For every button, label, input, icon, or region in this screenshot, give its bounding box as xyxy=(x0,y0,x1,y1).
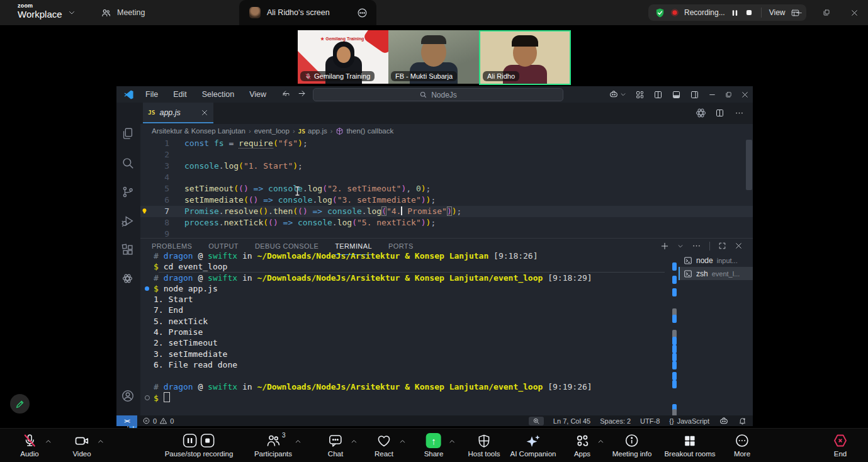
terminal-instance-zsh[interactable]: zshevent_l... xyxy=(679,267,753,280)
chevron-up-icon[interactable] xyxy=(45,438,52,445)
close-tab-icon[interactable] xyxy=(201,109,208,116)
chatgpt-icon[interactable] xyxy=(694,106,705,120)
extensions-icon[interactable] xyxy=(121,243,136,258)
new-terminal-icon[interactable] xyxy=(660,242,669,251)
terminal-line[interactable] xyxy=(154,370,670,381)
maximize-panel-icon[interactable] xyxy=(718,242,726,250)
toolbar-ai-companion[interactable]: AI Companion xyxy=(510,432,556,458)
toolbar-participants[interactable]: 3Participants xyxy=(254,432,292,458)
code-line[interactable]: 5setTimeout(() => console.log("2. setTim… xyxy=(140,183,753,194)
toolbar-share[interactable]: ↑Share xyxy=(424,432,444,458)
toolbar-meeting-info[interactable]: Meeting info xyxy=(612,432,652,458)
breadcrumb-item[interactable]: event_loop xyxy=(254,127,290,135)
code-line[interactable]: 7Promise.resolve().then(() => console.lo… xyxy=(140,206,753,217)
chevron-up-icon[interactable] xyxy=(295,438,302,445)
terminal-line[interactable]: 4. Promise xyxy=(154,327,670,337)
back-icon[interactable] xyxy=(281,89,291,98)
stop-recording-button[interactable] xyxy=(745,8,753,17)
terminal-line[interactable]: 1. Start xyxy=(154,294,670,305)
close-button[interactable] xyxy=(840,0,868,25)
toolbar-react[interactable]: React xyxy=(375,432,393,458)
account-icon[interactable] xyxy=(121,389,136,404)
copilot-icon[interactable] xyxy=(609,89,619,99)
terminal-line[interactable]: # dragon @ swiftx in ~/Downloads/NodeJs/… xyxy=(154,273,670,283)
code-line[interactable]: 8process.nextTick(() => console.log("5. … xyxy=(140,217,753,228)
toolbar-host-tools[interactable]: Host tools xyxy=(468,432,500,458)
indentation[interactable]: Spaces: 2 xyxy=(600,417,631,425)
chatgpt-extension-icon[interactable] xyxy=(121,272,136,287)
code-line[interactable]: 3console.log("1. Start"); xyxy=(140,161,753,172)
toolbar-end[interactable]: End xyxy=(833,432,848,458)
terminal-instance-node[interactable]: nodeinput... xyxy=(679,254,753,267)
explorer-icon[interactable] xyxy=(121,127,136,142)
terminal-line[interactable]: 5. nextTick xyxy=(154,316,670,327)
toolbar-apps[interactable]: Apps xyxy=(574,432,590,458)
tab-appjs[interactable]: JS app.js xyxy=(143,103,213,123)
toolbar-audio[interactable]: Audio xyxy=(20,432,38,458)
terminal-dropdown-icon[interactable] xyxy=(677,243,684,249)
toggle-panel-icon[interactable] xyxy=(672,90,681,99)
vscode-minimize-button[interactable] xyxy=(708,91,716,99)
video-tile-ali[interactable]: Ali Ridho xyxy=(479,30,571,85)
chevron-up-icon[interactable] xyxy=(597,438,604,445)
split-editor-icon[interactable] xyxy=(653,90,663,99)
toggle-sidebar-icon[interactable] xyxy=(690,90,699,99)
terminal-line[interactable]: 6. File read done xyxy=(154,359,670,370)
search-activity-icon[interactable] xyxy=(121,156,136,171)
code-line[interactable]: 4 xyxy=(140,172,753,183)
maximize-button[interactable] xyxy=(813,0,840,25)
copilot-status-icon[interactable] xyxy=(719,416,729,426)
terminal-line[interactable]: # dragon @ swiftx in ~/Downloads/NodeJs/… xyxy=(154,251,670,261)
chevron-down-icon[interactable] xyxy=(68,9,76,16)
customize-layout-icon[interactable] xyxy=(635,90,645,99)
toolbar-breakout-rooms[interactable]: Breakout rooms xyxy=(664,432,715,458)
breadcrumb-item[interactable]: then() callback xyxy=(335,127,393,135)
terminal-output[interactable]: # dragon @ swiftx in ~/Downloads/NodeJs/… xyxy=(154,251,670,403)
video-tile-gemilang[interactable]: ★ Gemilang Training Gemilang Training xyxy=(298,30,388,84)
forward-icon[interactable] xyxy=(297,89,307,98)
breadcrumb-item[interactable]: Arsitektur & Konsep Lanjutan xyxy=(152,127,245,135)
terminal-line[interactable]: $ node app.js xyxy=(154,283,670,294)
menu-selection[interactable]: Selection xyxy=(196,90,240,99)
menu-view[interactable]: View xyxy=(243,90,273,99)
more-actions-icon[interactable] xyxy=(735,108,744,118)
search-input[interactable]: NodeJs xyxy=(313,88,563,101)
errors-count[interactable]: 0 xyxy=(153,417,157,425)
menu-edit[interactable]: Edit xyxy=(167,90,193,99)
terminal-line[interactable]: $ xyxy=(154,392,670,403)
pause-recording-button[interactable] xyxy=(730,8,740,18)
tab-more-icon[interactable] xyxy=(357,8,368,18)
terminal-line[interactable]: $ cd event_loop xyxy=(154,261,670,272)
language-mode[interactable]: JavaScript xyxy=(677,417,709,425)
video-tile-mukti[interactable]: FB - Mukti Subarja xyxy=(388,30,479,84)
toolbar-pause-stop-recording[interactable]: Pause/stop recording xyxy=(165,432,234,458)
run-debug-icon[interactable] xyxy=(121,214,136,229)
panel-more-icon[interactable] xyxy=(692,241,701,251)
toolbar-more[interactable]: More xyxy=(734,432,750,458)
code-line[interactable]: 2 xyxy=(140,149,753,161)
editor-scrollbar[interactable] xyxy=(746,140,752,190)
chevron-up-icon[interactable] xyxy=(351,438,358,445)
annotate-button[interactable] xyxy=(10,394,30,414)
code-line[interactable]: 9 xyxy=(140,228,753,238)
cursor-position[interactable]: Ln 7, Col 45 xyxy=(553,417,590,425)
tab-meeting[interactable]: Meeting xyxy=(94,0,151,25)
vscode-restore-button[interactable] xyxy=(725,91,732,98)
warnings-icon[interactable] xyxy=(159,417,167,425)
chevron-down-icon[interactable] xyxy=(620,91,626,98)
chevron-up-icon[interactable] xyxy=(399,438,406,445)
breadcrumb-item[interactable]: JSapp.js xyxy=(298,127,327,135)
chevron-up-icon[interactable] xyxy=(97,438,104,445)
code-line[interactable]: 6setImmediate(() => console.log("3. setI… xyxy=(140,194,753,206)
errors-icon[interactable] xyxy=(142,417,150,425)
code-line[interactable]: 1const fs = require("fs"); xyxy=(140,138,753,149)
toolbar-chat[interactable]: Chat xyxy=(328,432,343,458)
security-shield-icon[interactable] xyxy=(655,8,665,18)
terminal-line[interactable]: 2. setTimeout xyxy=(154,337,670,348)
source-control-icon[interactable] xyxy=(121,185,136,200)
minimize-button[interactable] xyxy=(785,0,813,25)
remote-indicator[interactable]: >< xyxy=(116,415,137,426)
notifications-bell-icon[interactable] xyxy=(738,417,747,425)
lightbulb-icon[interactable] xyxy=(140,207,153,215)
split-editor-icon[interactable] xyxy=(715,108,724,118)
